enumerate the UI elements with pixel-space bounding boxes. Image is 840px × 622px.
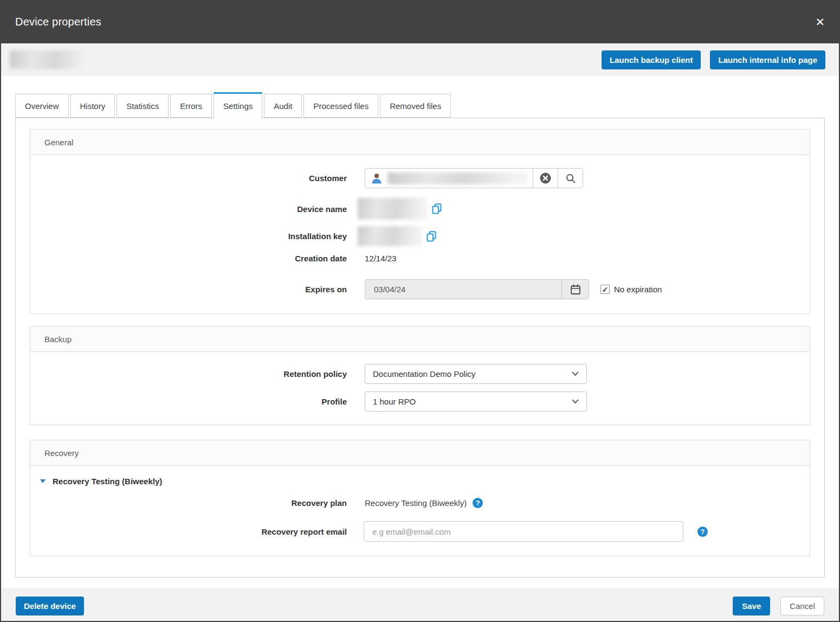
chevron-down-icon <box>572 399 579 404</box>
tab-errors[interactable]: Errors <box>170 94 212 118</box>
general-section: General Customer <box>30 129 810 314</box>
device-name-row: Device name <box>30 198 810 220</box>
tab-statistics[interactable]: Statistics <box>117 94 169 118</box>
customer-field[interactable] <box>365 168 583 188</box>
customer-label: Customer <box>30 174 347 183</box>
tab-settings[interactable]: Settings <box>214 92 262 118</box>
profile-label: Profile <box>30 397 347 406</box>
recovery-plan-label: Recovery plan <box>30 498 347 508</box>
retention-policy-value: Documentation Demo Policy <box>373 369 475 379</box>
header-actions: Launch backup client Launch internal inf… <box>602 50 825 69</box>
recovery-plan-value: Recovery Testing (Biweekly) <box>365 498 467 508</box>
redacted-device-name-value <box>358 198 427 220</box>
tab-processed-files[interactable]: Processed files <box>303 94 378 118</box>
dialog-footer: Delete device Save Cancel <box>1 588 839 622</box>
search-icon <box>565 173 576 184</box>
expires-on-row: Expires on <box>30 279 810 299</box>
general-section-title: General <box>30 130 810 155</box>
save-button[interactable]: Save <box>733 597 770 615</box>
creation-date-row: Creation date 12/14/23 <box>30 254 810 263</box>
no-expiration-label: No expiration <box>614 285 662 294</box>
recovery-report-email-input[interactable] <box>364 521 683 542</box>
device-name-label: Device name <box>30 204 347 214</box>
general-section-body: Customer <box>30 155 810 313</box>
recovery-group-label: Recovery Testing (Biweekly) <box>53 477 162 486</box>
copy-installation-key-button[interactable] <box>427 231 436 242</box>
tab-audit[interactable]: Audit <box>264 94 302 118</box>
close-icon[interactable]: ✕ <box>815 16 825 28</box>
customer-search-button[interactable] <box>558 169 583 188</box>
customer-avatar-icon <box>371 172 383 184</box>
profile-select[interactable]: 1 hour RPO <box>365 392 587 412</box>
calendar-picker-button[interactable] <box>561 280 589 299</box>
tab-bar: Overview History Statistics Errors Setti… <box>15 92 825 118</box>
dialog-title: Device properties <box>15 16 101 28</box>
chevron-down-icon <box>572 371 579 376</box>
device-properties-dialog: Device properties ✕ Launch backup client… <box>0 0 840 622</box>
expires-on-input[interactable] <box>365 280 561 299</box>
retention-policy-row: Retention policy Documentation Demo Poli… <box>30 364 810 384</box>
recovery-section: Recovery Recovery Testing (Biweekly) Rec… <box>30 440 810 556</box>
recovery-report-email-row: Recovery report email ? <box>30 521 810 542</box>
customer-row: Customer <box>30 168 810 188</box>
profile-value: 1 hour RPO <box>373 397 416 406</box>
backup-section-title: Backup <box>30 326 810 352</box>
redacted-customer-name <box>387 172 527 184</box>
recovery-email-help-icon[interactable]: ? <box>697 527 708 537</box>
retention-policy-select[interactable]: Documentation Demo Policy <box>365 364 587 384</box>
calendar-icon <box>570 284 581 296</box>
recovery-report-email-label: Recovery report email <box>30 527 347 536</box>
creation-date-label: Creation date <box>30 254 347 263</box>
recovery-section-title: Recovery <box>30 440 810 466</box>
dialog-titlebar: Device properties ✕ <box>1 0 839 43</box>
tab-removed-files[interactable]: Removed files <box>380 94 451 118</box>
tab-overview[interactable]: Overview <box>15 94 69 118</box>
cancel-button[interactable]: Cancel <box>780 597 824 615</box>
copy-device-name-button[interactable] <box>432 203 442 214</box>
retention-policy-label: Retention policy <box>30 369 347 379</box>
clear-circle-icon <box>540 172 551 184</box>
device-header-bar: Launch backup client Launch internal inf… <box>1 43 839 76</box>
expires-on-label: Expires on <box>30 285 347 294</box>
installation-key-row: Installation key <box>30 226 810 246</box>
backup-section: Backup Retention policy Documentation De… <box>30 326 810 425</box>
expires-on-field <box>365 279 589 299</box>
customer-clear-button[interactable] <box>533 169 558 188</box>
delete-device-button[interactable]: Delete device <box>16 597 84 615</box>
profile-row: Profile 1 hour RPO <box>30 392 810 412</box>
copy-icon <box>427 231 436 242</box>
customer-value-area[interactable] <box>365 169 533 188</box>
collapse-triangle-icon <box>40 479 46 483</box>
checkbox-checkmark-icon: ✓ <box>600 285 610 294</box>
copy-icon <box>432 203 442 214</box>
settings-tab-panel: General Customer <box>15 118 825 578</box>
launch-internal-info-button[interactable]: Launch internal info page <box>710 50 825 69</box>
redacted-device-name <box>10 50 92 69</box>
recovery-plan-row: Recovery plan Recovery Testing (Biweekly… <box>30 498 810 508</box>
redacted-installation-key <box>358 226 422 246</box>
tab-history[interactable]: History <box>70 94 115 118</box>
launch-backup-client-button[interactable]: Launch backup client <box>602 50 701 69</box>
creation-date-value: 12/14/23 <box>365 254 396 263</box>
recovery-plan-help-icon[interactable]: ? <box>473 498 483 508</box>
no-expiration-checkbox[interactable]: ✓ No expiration <box>600 285 662 294</box>
recovery-testing-group-toggle[interactable]: Recovery Testing (Biweekly) <box>30 477 810 486</box>
installation-key-label: Installation key <box>30 232 347 241</box>
